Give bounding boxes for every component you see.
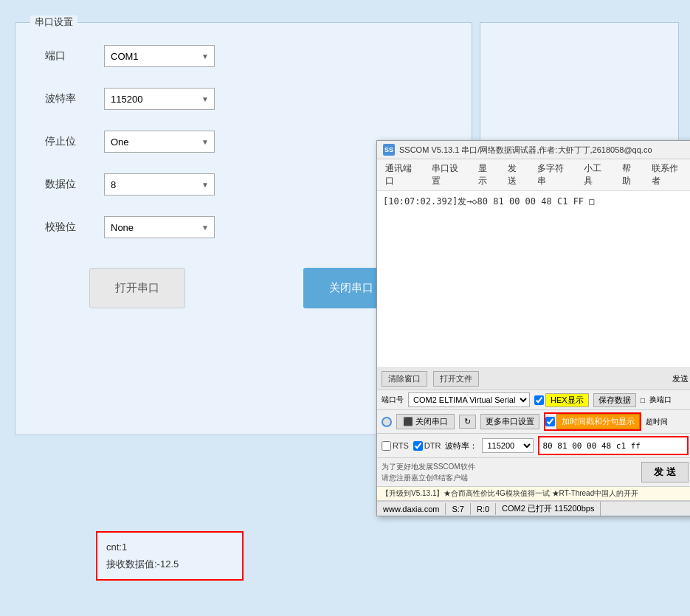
port-row: 端口 COM1 COM2 COM3	[45, 45, 442, 67]
sscom-toolbar: 清除窗口 打开文件 发送	[377, 368, 690, 390]
databit-select[interactable]: 8 7 6 5	[104, 173, 215, 195]
hex-display-checkbox-label[interactable]: HEX显示	[534, 393, 589, 407]
sscom-bottom: 清除窗口 打开文件 发送 端口号 COM2 ELTIMA Virtual Ser…	[377, 368, 690, 516]
sscom-statusbar: www.daxia.com S:7 R:0 COM2 已打开 115200bps	[377, 501, 690, 516]
rts-checkbox[interactable]	[382, 441, 391, 451]
rts-label[interactable]: RTS	[382, 441, 409, 451]
save-data-button[interactable]: 保存数据	[593, 393, 636, 407]
ad-text: 【升级到V5.13.1】★合而高性价比4G模块值得一试 ★RT-Thread中国…	[382, 489, 638, 497]
more-port-button[interactable]: 更多串口设置	[480, 414, 539, 429]
close-port-label: 关闭串口	[415, 416, 448, 427]
menu-comm-port[interactable]: 通讯端口	[383, 162, 421, 188]
recv-text: [10:07:02.392]发→◇80 81 00 00 48 C1 FF □	[383, 195, 687, 208]
sscom-ad-bar: 【升级到V5.13.1】★合而高性价比4G模块值得一试 ★RT-Thread中国…	[377, 487, 690, 501]
status-com: COM2 已打开 115200bps	[496, 502, 601, 516]
send-label: 发送	[672, 373, 689, 384]
stopbit-label: 停止位	[45, 135, 104, 148]
port-label-sscom: 端口号	[382, 395, 404, 405]
sscom-icon: SS	[383, 144, 395, 156]
switch-icon: □	[641, 396, 645, 404]
sscom-window: SS SSCOM V5.13.1 串口/网络数据调试器,作者:大虾丁丁,2618…	[376, 140, 690, 516]
switch-port-label: 换端口	[649, 395, 672, 405]
cnt-line2: 接收数据值:-12.5	[106, 556, 233, 572]
sscom-close-row: ⬛ 关闭串口 ↻ 更多串口设置 加时间戳和分句显示 超时间	[377, 410, 690, 434]
databit-label: 数据位	[45, 178, 104, 191]
send-button[interactable]: 发 送	[641, 462, 689, 482]
port-select[interactable]: COM1 COM2 COM3	[104, 45, 215, 67]
sscom-title: SSCOM V5.13.1 串口/网络数据调试器,作者:大虾丁丁,2618058…	[399, 145, 652, 156]
open-port-button[interactable]: 打开串口	[89, 268, 185, 308]
hex-display-checkbox[interactable]	[534, 395, 544, 405]
cnt-box: cnt:1 接收数据值:-12.5	[96, 531, 244, 581]
sscom-close-port-button[interactable]: ⬛ 关闭串口	[396, 414, 455, 429]
parity-select-wrapper[interactable]: None Even Odd	[104, 216, 215, 238]
close-port-icon: ⬛	[403, 417, 413, 426]
port-select-wrapper[interactable]: COM1 COM2 COM3	[104, 45, 215, 67]
timestamp-button[interactable]: 加时间戳和分句显示	[556, 414, 640, 429]
baud-select-wrapper[interactable]: 115200 9600 57600	[104, 88, 215, 110]
baud-select-sscom[interactable]: 115200	[482, 438, 534, 453]
radio-icon	[382, 417, 392, 427]
rts-text: RTS	[393, 441, 409, 450]
menu-send[interactable]: 发送	[506, 162, 526, 188]
baud-row: 波特率 115200 9600 57600	[45, 88, 442, 110]
timestamp-checkbox[interactable]	[545, 417, 555, 426]
menu-contact[interactable]: 联系作者	[649, 162, 687, 188]
parity-label: 校验位	[45, 221, 104, 234]
menu-serial-settings[interactable]: 串口设置	[429, 162, 467, 188]
menu-multi-string[interactable]: 多字符串	[535, 162, 573, 188]
super-time-label: 超时间	[646, 417, 668, 427]
send-input-highlight	[538, 436, 689, 455]
stopbit-select-wrapper[interactable]: One Two OnePointFive	[104, 131, 215, 153]
status-r: R:0	[471, 503, 496, 515]
stopbit-select[interactable]: One Two OnePointFive	[104, 131, 215, 153]
sscom-menubar: 通讯端口 串口设置 显示 发送 多字符串 小工具 帮助 联系作者	[377, 159, 690, 191]
status-s: S:7	[446, 503, 471, 515]
dtr-label[interactable]: DTR	[413, 441, 441, 451]
baud-label: 波特率	[45, 92, 104, 105]
timestamp-checkbox-label[interactable]: 加时间戳和分句显示	[545, 414, 640, 429]
sscom-rts-row: RTS DTR 波特率： 115200	[377, 434, 690, 458]
hex-display-button[interactable]: HEX显示	[545, 393, 589, 407]
promote-text: 为了更好地发展SSCOM软件 请您注册嘉立创®结客户端	[382, 461, 637, 483]
sscom-com-select[interactable]: COM2 ELTIMA Virtual Serial	[408, 392, 530, 407]
menu-help[interactable]: 帮助	[620, 162, 641, 188]
sscom-recv-area: [10:07:02.392]发→◇80 81 00 00 48 C1 FF □	[377, 191, 690, 368]
parity-select[interactable]: None Even Odd	[104, 216, 215, 238]
clear-window-button[interactable]: 清除窗口	[382, 371, 427, 387]
send-input[interactable]	[539, 437, 687, 454]
refresh-button[interactable]: ↻	[459, 415, 476, 429]
baud-label-sscom: 波特率：	[445, 440, 477, 451]
cnt-line1: cnt:1	[106, 539, 233, 556]
sscom-com-row: 端口号 COM2 ELTIMA Virtual Serial HEX显示 保存数…	[377, 390, 690, 410]
dtr-checkbox[interactable]	[413, 441, 423, 451]
port-label: 端口	[45, 49, 104, 63]
baud-select[interactable]: 115200 9600 57600	[104, 88, 215, 110]
dtr-text: DTR	[424, 441, 441, 450]
status-website: www.daxia.com	[377, 503, 446, 515]
menu-display[interactable]: 显示	[476, 162, 497, 188]
timestamp-highlight: 加时间戳和分句显示	[544, 412, 641, 431]
sscom-titlebar: SS SSCOM V5.13.1 串口/网络数据调试器,作者:大虾丁丁,2618…	[377, 141, 690, 159]
panel-title: 串口设置	[30, 15, 77, 29]
databit-select-wrapper[interactable]: 8 7 6 5	[104, 173, 215, 195]
open-file-button[interactable]: 打开文件	[433, 371, 479, 387]
sscom-send-row: 为了更好地发展SSCOM软件 请您注册嘉立创®结客户端 发 送	[377, 458, 690, 487]
menu-tools[interactable]: 小工具	[582, 162, 611, 188]
